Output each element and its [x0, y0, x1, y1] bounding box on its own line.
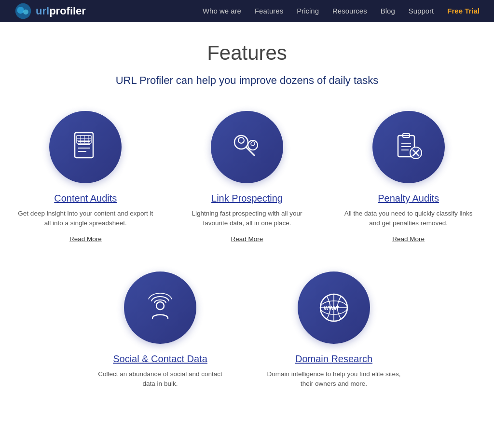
content-audits-icon-circle [49, 111, 122, 183]
link-prospecting-title[interactable]: Link Prospecting [211, 193, 283, 204]
svg-point-2 [23, 9, 28, 14]
social-contact-desc: Collect an abundance of social and conta… [93, 369, 228, 389]
clipboard-x-icon [389, 128, 428, 166]
svg-text:WWW: WWW [324, 305, 339, 311]
penalty-audits-title[interactable]: Penalty Audits [378, 193, 439, 204]
domain-research-desc: Domain intelligence to help you find eli… [266, 369, 401, 389]
nav-pricing[interactable]: Pricing [297, 7, 319, 15]
nav-features[interactable]: Features [255, 7, 283, 15]
feature-link-prospecting: Link Prospecting Lightning fast prospect… [179, 111, 315, 243]
svg-point-15 [238, 137, 244, 143]
penalty-audits-icon-circle [372, 111, 445, 183]
person-signal-icon [141, 288, 179, 327]
main-content: Features URL Profiler can help you impro… [0, 22, 494, 444]
features-row-2: Social & Contact Data Collect an abundan… [10, 272, 484, 396]
link-prospecting-read-more[interactable]: Read More [231, 235, 263, 243]
svg-rect-8 [77, 136, 91, 143]
logo-profiler-text: profiler [49, 5, 86, 17]
svg-point-27 [156, 302, 164, 310]
svg-point-18 [251, 142, 255, 146]
penalty-audits-read-more[interactable]: Read More [392, 235, 425, 243]
nav-support[interactable]: Support [409, 7, 434, 15]
logo-url-text: url [36, 5, 49, 17]
nav-resources[interactable]: Resources [332, 7, 367, 15]
domain-research-icon-circle: WWW [298, 272, 370, 344]
feature-domain-research: WWW Domain Research Domain intelligence … [266, 272, 401, 396]
content-audits-title[interactable]: Content Audits [54, 193, 117, 204]
nav-blog[interactable]: Blog [381, 7, 395, 15]
social-contact-icon-circle [124, 272, 196, 344]
logo[interactable]: urlprofiler [14, 2, 86, 20]
feature-content-audits: Content Audits Get deep insight into you… [18, 111, 153, 243]
link-prospecting-icon-circle [211, 111, 283, 183]
nav-who-we-are[interactable]: Who we are [203, 7, 241, 15]
domain-research-title[interactable]: Domain Research [295, 353, 372, 365]
magnifier-link-icon [228, 128, 266, 166]
page-title: Features [10, 41, 484, 65]
penalty-audits-desc: All the data you need to quickly classif… [341, 209, 476, 229]
feature-social-contact: Social & Contact Data Collect an abundan… [93, 272, 228, 396]
main-nav: urlprofiler Who we are Features Pricing … [0, 0, 494, 22]
content-audits-read-more[interactable]: Read More [69, 235, 102, 243]
nav-links: Who we are Features Pricing Resources Bl… [203, 7, 480, 15]
nav-free-trial[interactable]: Free Trial [447, 7, 480, 15]
page-subtitle: URL Profiler can help you improve dozens… [10, 74, 484, 87]
svg-point-1 [17, 7, 24, 14]
document-icon [66, 128, 105, 166]
content-audits-desc: Get deep insight into your content and e… [18, 209, 153, 229]
globe-www-icon: WWW [315, 288, 353, 327]
social-contact-title[interactable]: Social & Contact Data [113, 353, 207, 365]
features-row-1: Content Audits Get deep insight into you… [10, 111, 484, 243]
svg-line-16 [246, 147, 254, 155]
link-prospecting-desc: Lightning fast prospecting with all your… [179, 209, 315, 229]
feature-penalty-audits: Penalty Audits All the data you need to … [341, 111, 476, 243]
